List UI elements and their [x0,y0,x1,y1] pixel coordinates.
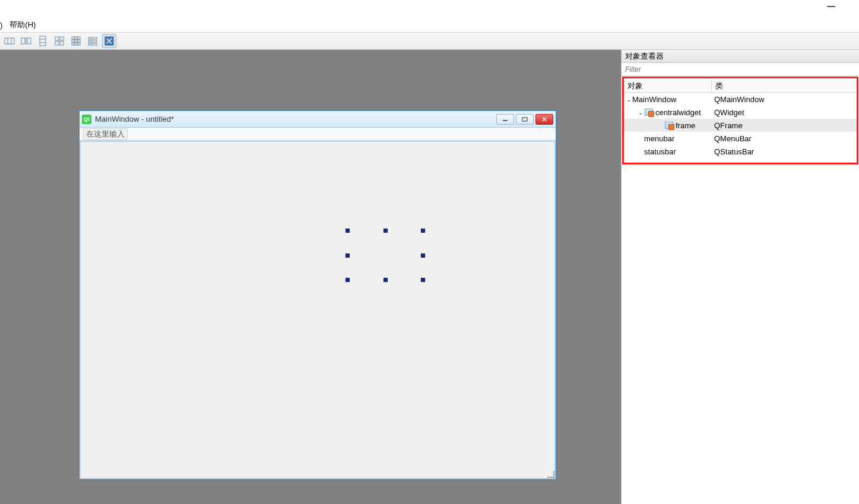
preview-title: MainWindow - untitled* [95,115,493,123]
svg-rect-24 [88,40,91,42]
svg-rect-9 [55,37,59,40]
object-class: QWidget [712,108,857,117]
svg-rect-12 [60,42,64,45]
object-name: statusbar [644,147,676,156]
resize-handle-bl[interactable] [345,278,350,282]
svg-rect-19 [72,43,74,45]
layout-vertical-icon[interactable] [36,34,50,48]
resize-handle-bc[interactable] [383,278,388,282]
object-inspector-panel: 对象查看器 对象 类 ⌄MainWindowQMainWindow⌄centra… [621,50,859,504]
resize-handle-tc[interactable] [383,229,388,233]
svg-rect-14 [75,37,77,39]
object-inspector-title: 对象查看器 [622,50,859,63]
form-canvas[interactable] [80,141,556,479]
svg-rect-17 [75,40,77,42]
widget-icon [664,121,674,129]
svg-rect-30 [522,118,527,121]
tree-row-statusbar[interactable]: statusbarQStatusBar [624,145,857,158]
layout-grid-icon[interactable] [52,34,66,48]
col-class[interactable]: 类 [712,80,857,92]
canvas-border [80,141,556,479]
resize-handle-tr[interactable] [421,229,425,233]
object-name: MainWindow [632,95,676,104]
expander-icon[interactable]: ⌄ [637,109,644,116]
resize-handle-tl[interactable] [345,229,350,233]
expander-icon[interactable]: ⌄ [625,96,632,103]
svg-rect-3 [21,38,25,44]
resize-handle-mr[interactable] [421,253,425,258]
object-class: QMenuBar [712,134,857,143]
resize-handle-ml[interactable] [345,253,350,258]
svg-rect-25 [92,40,97,42]
tree-row-frame[interactable]: frameQFrame [624,119,857,132]
svg-rect-18 [78,40,80,42]
design-canvas-area: Qt MainWindow - untitled* 在这里输入 [0,50,621,504]
svg-rect-23 [92,37,97,39]
object-name: centralwidget [655,108,701,117]
object-class: QFrame [712,121,857,130]
layout-form-icon[interactable] [85,34,100,48]
maximize-button[interactable] [516,114,534,125]
layout-horizontal-icon[interactable] [2,34,17,48]
resize-handle-br[interactable] [421,278,425,282]
window-buttons [496,114,553,125]
toolbar [0,32,859,50]
minimize-button[interactable] [496,114,514,125]
tree-row-centralwidget[interactable]: ⌄centralwidgetQWidget [624,106,857,119]
layout-grid-small-icon[interactable] [69,34,83,48]
svg-rect-22 [88,37,91,39]
widget-icon [644,108,654,116]
tree-header: 对象 类 [624,80,857,93]
svg-rect-26 [88,43,91,45]
object-name: frame [676,121,695,130]
svg-rect-20 [75,43,77,45]
selected-frame-widget[interactable] [347,230,424,281]
svg-rect-21 [78,43,80,45]
svg-rect-15 [78,37,80,39]
tree-row-menubar[interactable]: menubarQMenuBar [624,132,857,145]
menubar: ) 帮助(H) [0,18,36,32]
svg-rect-4 [27,38,31,44]
svg-rect-13 [72,37,74,39]
preview-titlebar[interactable]: Qt MainWindow - untitled* [80,111,556,128]
app-minimize-icon[interactable] [827,6,835,7]
tree-row-MainWindow[interactable]: ⌄MainWindowQMainWindow [624,93,857,106]
layout-h-split-icon[interactable] [19,34,33,48]
svg-rect-0 [5,38,14,44]
highlighted-inspector: 对象 类 ⌄MainWindowQMainWindow⌄centralwidge… [622,77,858,164]
col-object[interactable]: 对象 [624,80,712,92]
svg-rect-10 [60,37,64,40]
object-class: QStatusBar [712,147,857,156]
svg-rect-16 [72,40,74,42]
preview-window[interactable]: Qt MainWindow - untitled* 在这里输入 [79,110,556,480]
menu-fragment-left: ) [0,21,2,30]
menu-hint[interactable]: 在这里输入 [83,128,128,140]
object-class: QMainWindow [712,95,857,104]
window-resize-grip[interactable] [546,470,554,478]
svg-rect-11 [55,42,59,45]
svg-rect-27 [92,43,97,45]
close-button[interactable] [535,114,553,125]
svg-rect-6 [40,36,46,46]
object-tree: ⌄MainWindowQMainWindow⌄centralwidgetQWid… [624,93,857,158]
preview-menubar[interactable]: 在这里输入 [80,128,556,141]
break-layout-icon[interactable] [102,34,116,48]
qt-logo-icon: Qt [82,115,91,124]
menu-help[interactable]: 帮助(H) [9,20,36,30]
object-filter [622,63,859,76]
object-name: menubar [644,134,674,143]
object-filter-input[interactable] [622,63,859,75]
